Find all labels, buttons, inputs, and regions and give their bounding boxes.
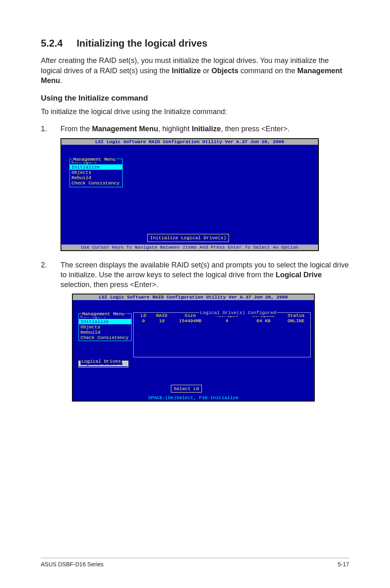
s2-b1: Logical Drive [276, 271, 322, 279]
menu-item-initialize[interactable]: Initialize [70, 164, 122, 170]
footer-left: ASUS DSBF-D16 Series [41, 561, 103, 568]
intro-b2: Objects [211, 67, 238, 75]
menu2-rebuild[interactable]: Rebuild [79, 330, 131, 335]
section-number: 5.2.4 [41, 37, 63, 50]
s1-seg3: , then press <Enter>. [221, 125, 289, 133]
step-2: 2. The screen displays the available RAI… [41, 260, 349, 290]
row-size: 154494MB [172, 318, 209, 323]
row-ld: 0 [135, 318, 152, 323]
s1-seg1: From the [61, 125, 92, 133]
bios2-title-bar: LSI Logic Software RAID Configuration Ut… [73, 294, 314, 300]
page-footer: ASUS DSBF-D16 Series 5-17 [41, 558, 349, 568]
bios-screenshot-2: LSI Logic Software RAID Configuration Ut… [72, 294, 315, 402]
ld-box-title: Logical Drives [81, 358, 122, 365]
s1-b2: Initialize [192, 125, 221, 133]
section-heading: 5.2.4Initializing the logical drives [41, 37, 349, 50]
bios1-title-bar: LSI Logic Software RAID Configuration Ut… [61, 139, 318, 145]
intro-paragraph: After creating the RAID set(s), you must… [41, 56, 349, 85]
menu2-initialize[interactable]: Initialize [79, 319, 131, 324]
menu2-objects[interactable]: Objects [79, 324, 131, 330]
logical-drives-table: Logical Drive(s) Configured LD RAID Size… [133, 312, 311, 357]
screenshot-2-wrap: LSI Logic Software RAID Configuration Ut… [41, 294, 349, 402]
mgmt-menu-title-2: Management Menu [81, 311, 126, 317]
footer-right: 5-17 [338, 561, 349, 568]
step-1: 1. From the Management Menu, highlight I… [41, 124, 349, 134]
intro-b1: Initialize [172, 67, 201, 75]
intro-s3: command on the [238, 67, 297, 75]
logical-drives-box: Logical Drives Logical Drive 0 [78, 361, 128, 368]
step-1-num: 1. [41, 124, 61, 134]
table-row[interactable]: 0 10 154494MB 4 64 KB ONLINE [134, 318, 310, 323]
step-1-text: From the Management Menu, highlight Init… [61, 124, 349, 134]
s1-b1: Management Menu [92, 125, 158, 133]
row-stripesz: 64 KB [245, 318, 282, 323]
intro-s4: . [60, 76, 62, 85]
sub-text: To initialize the logical drive using th… [41, 107, 349, 117]
row-status: ONLINE [282, 318, 310, 323]
step-2-text: The screen displays the available RAID s… [61, 260, 349, 290]
hdr-ld: LD [135, 313, 152, 318]
bios2-bottom-bar: SPACE-(De)Select, F10-Initialize [73, 395, 314, 401]
hdr-raid: RAID [152, 313, 172, 318]
sub-heading: Using the Initialize command [41, 93, 349, 103]
row-stripes: 4 [208, 318, 245, 323]
management-menu-box: Management Menu Configure Initialize Obj… [69, 159, 123, 187]
row-raid: 10 [152, 318, 172, 323]
hdr-status: Status [282, 313, 310, 318]
bios1-status-box: Initialize Logical Drive(s) [147, 234, 229, 242]
table-title: Logical Drive(s) Configured [199, 310, 277, 316]
intro-s2: or [201, 67, 211, 75]
mgmt-menu-title: Management Menu [72, 156, 117, 163]
menu2-check-consistency[interactable]: Check Consistency [79, 335, 131, 340]
s1-seg2: , highlight [158, 125, 192, 133]
management-menu-box-2: Management Menu Configure Initialize Obj… [78, 313, 132, 341]
s2-seg2: selection, then press <Enter>. [61, 281, 158, 289]
menu-item-check-consistency[interactable]: Check Consistency [70, 180, 122, 186]
bios2-status-box: Select LD [171, 385, 202, 393]
bios-screenshot-1: LSI Logic Software RAID Configuration Ut… [61, 138, 319, 251]
menu-item-rebuild[interactable]: Rebuild [70, 175, 122, 180]
step-2-num: 2. [41, 260, 61, 290]
bios1-bottom-bar: Use Cursor Keys To Navigate Between Item… [61, 245, 318, 250]
section-title-text: Initializing the logical drives [76, 38, 207, 49]
screenshot-1-wrap: LSI Logic Software RAID Configuration Ut… [41, 138, 349, 251]
menu-item-objects[interactable]: Objects [70, 170, 122, 175]
